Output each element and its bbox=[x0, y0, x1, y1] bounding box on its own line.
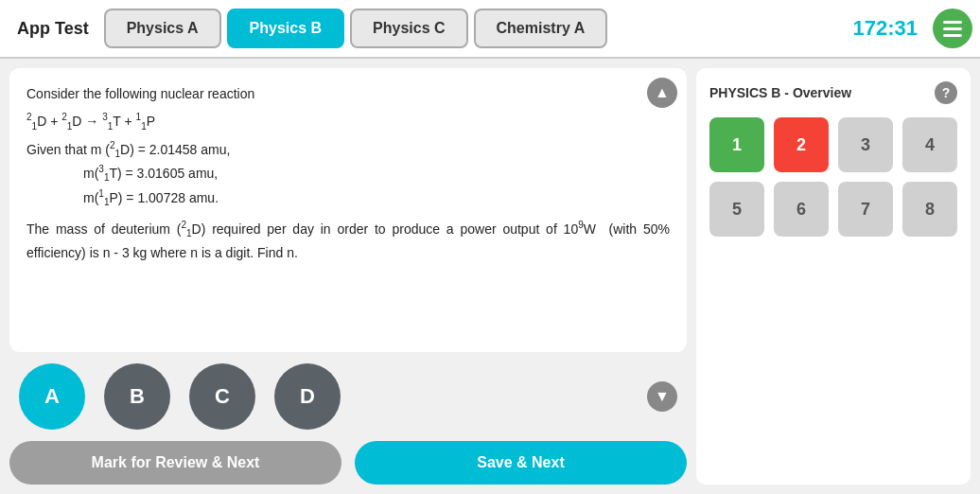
bottom-buttons: Mark for Review & Next Save & Next bbox=[9, 441, 687, 485]
help-icon[interactable]: ? bbox=[935, 81, 957, 104]
main-content: ▲ Consider the following nuclear reactio… bbox=[0, 59, 980, 494]
overview-number-3[interactable]: 3 bbox=[838, 117, 893, 172]
question-body: The mass of deuterium (21D) required per… bbox=[26, 218, 670, 263]
left-panel: ▲ Consider the following nuclear reactio… bbox=[9, 68, 687, 485]
overview-number-2[interactable]: 2 bbox=[774, 117, 829, 172]
eq-part1: 21D + 21D → 31T + 11P bbox=[26, 114, 155, 129]
menu-icon-line1 bbox=[943, 21, 962, 24]
option-c-button[interactable]: C bbox=[189, 363, 255, 430]
number-grid: 12345678 bbox=[709, 117, 957, 237]
tab-physics-c[interactable]: Physics C bbox=[350, 9, 467, 48]
tab-physics-b[interactable]: Physics B bbox=[227, 9, 344, 48]
given-t: m(31T) = 3.01605 amu, bbox=[26, 162, 670, 185]
given-label: Given that m (21D) = 2.01458 amu, bbox=[26, 138, 670, 162]
right-panel: PHYSICS B - Overview ? 12345678 bbox=[696, 68, 971, 485]
menu-icon-line3 bbox=[943, 34, 962, 37]
menu-icon-line2 bbox=[943, 27, 962, 30]
timer-display: 172:31 bbox=[852, 16, 927, 41]
mark-review-button[interactable]: Mark for Review & Next bbox=[9, 441, 341, 485]
header: App Test Physics A Physics B Physics C C… bbox=[0, 0, 980, 59]
given-p: m(11P) = 1.00728 amu. bbox=[26, 186, 670, 210]
menu-button[interactable] bbox=[933, 9, 972, 48]
equation-main: 21D + 21D → 31T + 11P bbox=[26, 110, 670, 133]
option-d-button[interactable]: D bbox=[274, 363, 341, 430]
option-a-button[interactable]: A bbox=[19, 363, 85, 430]
overview-title: PHYSICS B - Overview bbox=[709, 85, 851, 100]
overview-number-1[interactable]: 1 bbox=[709, 117, 764, 172]
overview-number-6[interactable]: 6 bbox=[774, 182, 829, 237]
save-next-button[interactable]: Save & Next bbox=[355, 441, 687, 485]
scroll-down-button[interactable]: ▼ bbox=[647, 381, 677, 412]
options-row: A B C D ▼ bbox=[9, 360, 687, 433]
overview-number-7[interactable]: 7 bbox=[838, 182, 893, 237]
scroll-up-button[interactable]: ▲ bbox=[647, 78, 677, 108]
overview-number-4[interactable]: 4 bbox=[902, 117, 957, 172]
app-title: App Test bbox=[8, 19, 98, 39]
overview-number-8[interactable]: 8 bbox=[902, 182, 957, 237]
question-box: ▲ Consider the following nuclear reactio… bbox=[9, 68, 687, 352]
question-intro: Consider the following nuclear reaction bbox=[26, 83, 670, 104]
tab-physics-a[interactable]: Physics A bbox=[104, 9, 221, 48]
overview-header: PHYSICS B - Overview ? bbox=[709, 81, 957, 104]
overview-number-5[interactable]: 5 bbox=[709, 182, 764, 237]
option-b-button[interactable]: B bbox=[104, 363, 170, 430]
tab-chemistry-a[interactable]: Chemistry A bbox=[474, 9, 608, 48]
